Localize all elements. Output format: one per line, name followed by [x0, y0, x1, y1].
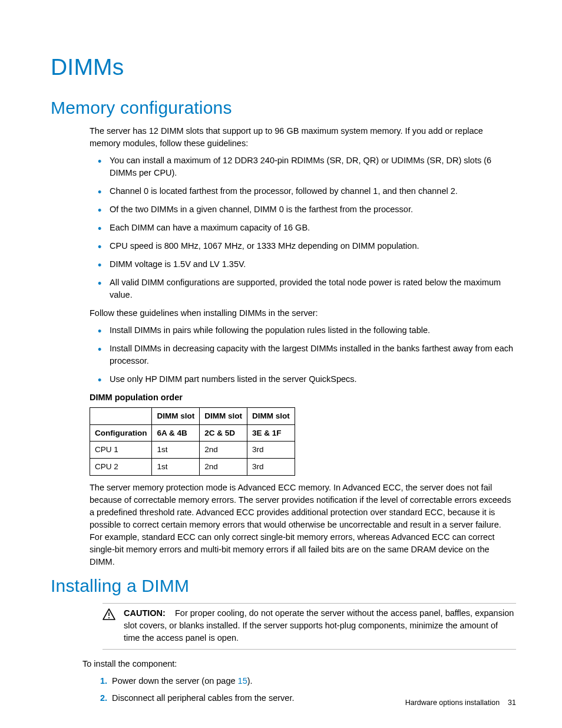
list-item: Power down the server (on page 15). — [110, 675, 516, 687]
section-heading-installing-dimm: Installing a DIMM — [51, 573, 516, 599]
list-item: Channel 0 is located farthest from the p… — [108, 185, 516, 197]
td: CPU 1 — [90, 442, 152, 459]
table-title: DIMM population order — [90, 391, 516, 404]
list-item: Of the two DIMMs in a given channel, DIM… — [108, 203, 516, 216]
th: 2C & 5D — [200, 424, 247, 442]
install-guidelines-list: Install DIMMs in pairs while following t… — [90, 324, 516, 386]
caution-text: For proper cooling, do not operate the s… — [124, 608, 514, 643]
install-steps-intro: To install the component: — [82, 658, 516, 670]
list-item: Use only HP DIMM part numbers listed in … — [108, 373, 516, 386]
step-text-post: ). — [247, 676, 253, 686]
caution-icon — [103, 608, 115, 624]
list-item: CPU speed is 800 MHz, 1067 MHz, or 1333 … — [108, 240, 516, 252]
step-text-pre: Power down the server (on page — [112, 676, 238, 686]
footer-page-number: 31 — [508, 699, 516, 707]
guidelines-list: You can install a maximum of 12 DDR3 240… — [90, 154, 516, 301]
th: 3E & 1F — [247, 424, 295, 442]
section-heading-memory-config: Memory configurations — [51, 95, 516, 121]
th: 6A & 4B — [152, 424, 200, 442]
list-item: Each DIMM can have a maximum capacity of… — [108, 222, 516, 234]
th: DIMM slot — [152, 408, 200, 425]
intro-paragraph: The server has 12 DIMM slots that suppor… — [90, 125, 516, 150]
td: 2nd — [200, 459, 247, 476]
page-footer: Hardware options installation 31 — [405, 697, 516, 708]
list-item: DIMM voltage is 1.5V and LV 1.35V. — [108, 258, 516, 271]
caution-block: CAUTION: For proper cooling, do not oper… — [103, 604, 516, 650]
th — [90, 408, 152, 425]
td: 2nd — [200, 442, 247, 459]
td: 1st — [152, 459, 200, 476]
list-item: Install DIMMs in pairs while following t… — [108, 324, 516, 337]
dimm-population-table: DIMM slot DIMM slot DIMM slot Configurat… — [90, 407, 295, 475]
page-title: DIMMs — [51, 51, 516, 84]
list-item: Install DIMMs in decreasing capacity wit… — [108, 342, 516, 367]
footer-section: Hardware options installation — [405, 699, 500, 707]
install-intro: Follow these guidelines when installing … — [90, 307, 516, 319]
th: DIMM slot — [200, 408, 247, 425]
ecc-paragraph: The server memory protection mode is Adv… — [90, 482, 516, 568]
caution-label: CAUTION: — [124, 608, 166, 618]
table-row: CPU 1 1st 2nd 3rd — [90, 442, 295, 459]
page-link-15[interactable]: 15 — [238, 676, 247, 686]
th: Configuration — [90, 424, 152, 442]
td: 3rd — [247, 442, 295, 459]
table-row: CPU 2 1st 2nd 3rd — [90, 459, 295, 476]
td: CPU 2 — [90, 459, 152, 476]
list-item: You can install a maximum of 12 DDR3 240… — [108, 154, 516, 179]
th: DIMM slot — [247, 408, 295, 425]
td: 3rd — [247, 459, 295, 476]
svg-point-2 — [108, 617, 110, 618]
list-item: All valid DIMM configurations are suppor… — [108, 276, 516, 301]
td: 1st — [152, 442, 200, 459]
